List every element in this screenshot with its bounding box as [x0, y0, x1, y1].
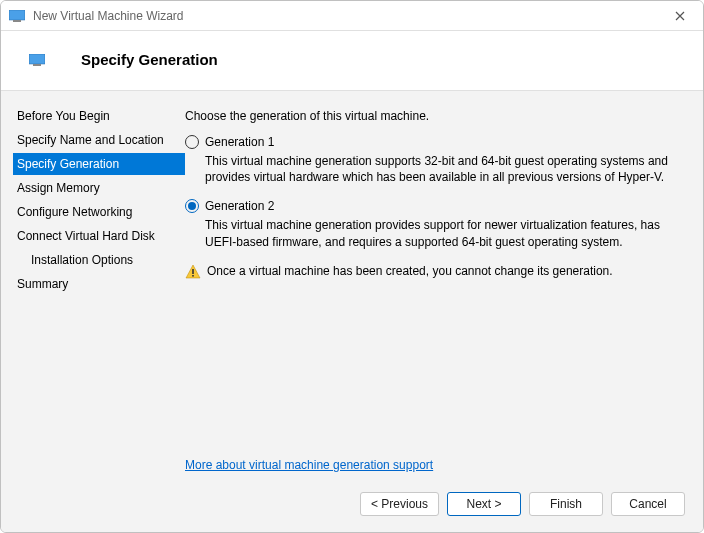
close-button[interactable]	[665, 1, 695, 31]
previous-button[interactable]: < Previous	[360, 492, 439, 516]
warning-text: Once a virtual machine has been created,…	[207, 264, 613, 278]
content-area: Choose the generation of this virtual ma…	[185, 99, 703, 482]
finish-button[interactable]: Finish	[529, 492, 603, 516]
sidebar-item-specify-name[interactable]: Specify Name and Location	[13, 129, 185, 151]
page-title: Specify Generation	[81, 51, 218, 68]
generation-1-radio[interactable]: Generation 1	[185, 135, 689, 149]
sidebar-item-connect-vhd[interactable]: Connect Virtual Hard Disk	[13, 225, 185, 247]
window-title: New Virtual Machine Wizard	[33, 9, 665, 23]
sidebar-item-configure-networking[interactable]: Configure Networking	[13, 201, 185, 223]
wizard-body: Before You Begin Specify Name and Locati…	[1, 90, 703, 482]
generation-2-label: Generation 2	[205, 199, 274, 213]
titlebar: New Virtual Machine Wizard	[1, 1, 703, 31]
header-icon	[29, 54, 45, 66]
svg-rect-2	[29, 54, 45, 64]
generation-1-label: Generation 1	[205, 135, 274, 149]
wizard-footer: < Previous Next > Finish Cancel	[1, 482, 703, 532]
sidebar-item-assign-memory[interactable]: Assign Memory	[13, 177, 185, 199]
sidebar-item-before-you-begin[interactable]: Before You Begin	[13, 105, 185, 127]
sidebar-item-specify-generation[interactable]: Specify Generation	[13, 153, 185, 175]
cancel-button[interactable]: Cancel	[611, 492, 685, 516]
next-button[interactable]: Next >	[447, 492, 521, 516]
warning-row: Once a virtual machine has been created,…	[185, 264, 689, 283]
intro-text: Choose the generation of this virtual ma…	[185, 109, 689, 123]
app-icon	[9, 10, 25, 22]
svg-rect-3	[33, 64, 41, 66]
warning-icon	[185, 264, 201, 283]
sidebar: Before You Begin Specify Name and Locati…	[1, 99, 185, 482]
generation-2-description: This virtual machine generation provides…	[205, 217, 689, 249]
svg-rect-1	[13, 20, 21, 22]
svg-rect-0	[9, 10, 25, 20]
sidebar-item-installation-options[interactable]: Installation Options	[13, 249, 185, 271]
radio-icon	[185, 135, 199, 149]
svg-rect-4	[192, 269, 194, 274]
radio-icon	[185, 199, 199, 213]
generation-2-radio[interactable]: Generation 2	[185, 199, 689, 213]
wizard-window: New Virtual Machine Wizard Specify Gener…	[0, 0, 704, 533]
generation-1-description: This virtual machine generation supports…	[205, 153, 689, 185]
learn-more-link[interactable]: More about virtual machine generation su…	[185, 458, 689, 472]
sidebar-item-summary[interactable]: Summary	[13, 273, 185, 295]
svg-rect-5	[192, 275, 194, 277]
wizard-header: Specify Generation	[1, 31, 703, 90]
